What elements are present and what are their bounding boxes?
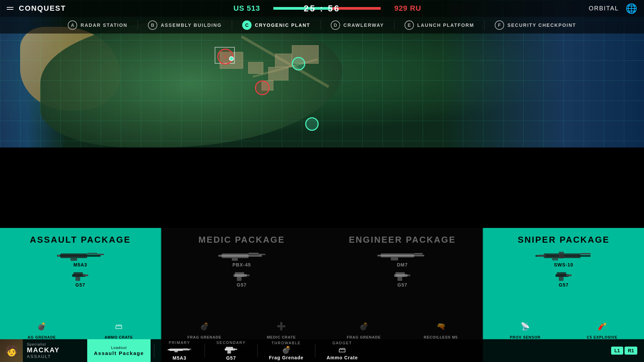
medic-gadgets: 💣 FRAG GRENADE ➕ MEDIC CRATE [161,319,322,339]
cp-badge-f: F [495,20,504,30]
spawn-dot [229,56,234,61]
divider-2 [205,344,205,357]
assault-package-title: ASSAULT PACKAGE [30,235,131,245]
assault-gadget1-label: AG GRENADE [28,335,56,339]
map-building-3 [268,67,288,80]
medic-gadget1: 💣 FRAG GRENADE [187,319,221,339]
hud-left: CONQUEST [7,4,66,13]
medic-package-title: MEDIC PACKAGE [198,235,285,245]
capture-point-a[interactable]: A RADAR STATION [58,20,138,30]
engineer-pistol-icon [391,270,413,282]
loadout-package-label: Assault Package [94,350,144,356]
sniper-gadgets: 📡 PROX SENSOR 🧨 C5 EXPLOSIVE [483,319,644,339]
medic-rifle-icon [215,250,269,262]
loadout-secondary-icon [223,345,239,355]
capture-point-d[interactable]: D CRAWLERWAY [321,20,394,30]
loadout-button[interactable]: Loadout Assault Package [87,339,151,362]
svg-rect-29 [559,252,564,258]
cp-badge-a: A [68,20,77,30]
assault-secondary-name: G57 [75,282,85,288]
assault-secondary-section: G57 [69,270,91,288]
svg-rect-21 [414,253,423,254]
cp-label-f: SECURITY CHECKPOINT [507,22,576,28]
secondary-slot-label: SECONDARY [216,341,246,345]
cp-badge-e: E [405,20,414,30]
loadout-bar: 🧑 Specialist MACKAY ASSAULT Loadout Assa… [0,339,644,362]
divider-4 [315,344,315,357]
svg-rect-30 [581,253,591,254]
svg-rect-36 [566,275,572,276]
svg-rect-38 [169,349,183,351]
btn-r1[interactable]: R1 [625,347,637,355]
specialist-section: 🧑 Specialist MACKAY ASSAULT [0,339,87,362]
loadout-primary-icon [166,345,193,355]
score-ru: 929 RU [394,4,421,13]
game-mode-label: CONQUEST [19,4,66,13]
cp-label-e: LAUNCH PLATFORM [417,22,474,28]
engineer-rifle-icon [376,250,429,262]
svg-rect-43 [226,347,233,351]
match-timer: 25 : 56 [304,3,340,14]
assault-rifle-icon [54,250,107,262]
assault-grenade-icon: 💣 [35,319,49,334]
primary-slot: Primary M5A3 [158,341,201,361]
map-building-2 [248,62,263,74]
svg-rect-26 [405,275,410,276]
throwable-name: Frag Grenade [269,355,304,360]
throwable-slot: Throwable 💣 Frag Grenade [261,341,312,360]
globe-icon: 🌐 [626,3,637,14]
assault-primary-name: M5A3 [73,262,87,267]
sniper-gadget2: 🧨 C5 EXPLOSIVE [587,319,618,339]
sniper-package-title: SNIPER PACKAGE [518,235,609,245]
svg-rect-35 [559,277,564,281]
svg-rect-44 [227,351,231,354]
capture-point-e[interactable]: E LAUNCH PLATFORM [394,20,485,30]
engineer-secondary-section: G57 [391,270,413,288]
menu-icon[interactable] [7,7,13,10]
svg-rect-17 [237,277,241,281]
medic-secondary-section: G57 [231,270,253,288]
map-marker-cyan-2 [305,117,319,131]
score-us: US 513 [233,4,260,13]
gadget-slot-label: Gadget [332,341,352,345]
divider-1 [154,344,154,357]
sniper-primary-section: SWS-10 [534,250,594,267]
svg-rect-18 [244,275,250,276]
svg-rect-45 [233,349,237,350]
assault-gadgets: 💣 AG GRENADE 🗃 AMMO CRATE [0,319,161,339]
svg-rect-4 [97,254,104,255]
svg-rect-20 [381,253,414,257]
specialist-class: ASSAULT [27,354,60,359]
medic-crate-icon: ➕ [274,319,289,334]
engineer-primary-section: DM7 [376,250,429,267]
sniper-sensor-icon: 📡 [518,319,533,334]
svg-rect-31 [552,257,558,260]
svg-rect-12 [249,253,259,254]
location-label: ORBITAL [589,5,619,12]
cp-label-c: CRYOGENIC PLANT [255,22,310,28]
svg-rect-13 [232,258,238,261]
map-building-5 [275,54,292,67]
svg-rect-41 [188,349,191,350]
svg-rect-39 [183,348,188,349]
specialist-name: MACKAY [27,346,60,354]
capture-point-c[interactable]: C CRYOGENIC PLANT [232,20,321,30]
capture-point-b[interactable]: B ASSEMBLY BUILDING [138,20,232,30]
assault-gadget1: 💣 AG GRENADE [28,319,56,339]
medic-gadget2: ➕ MEDIC CRATE [267,319,296,339]
gadget-icon: 🗃 [338,346,346,354]
btn-l1[interactable]: L1 [611,347,623,355]
hud-center: US 513 25 : 56 929 RU [233,4,421,13]
svg-rect-11 [222,253,249,258]
assault-pistol-icon [69,270,91,282]
svg-rect-25 [397,277,402,281]
capture-point-f[interactable]: F SECURITY CHECKPOINT [485,20,586,30]
specialist-info: Specialist MACKAY ASSAULT [23,342,64,359]
svg-rect-32 [537,255,545,257]
capture-points-bar: A RADAR STATION B ASSEMBLY BUILDING C CR… [0,17,644,34]
specialist-role-label: Specialist [27,342,60,346]
gadget-name: Ammo Crate [327,355,358,360]
top-hud: CONQUEST US 513 25 : 56 929 RU ORBITAL 🌐 [0,0,644,17]
svg-rect-9 [83,275,88,276]
specialist-avatar: 🧑 [0,339,23,362]
